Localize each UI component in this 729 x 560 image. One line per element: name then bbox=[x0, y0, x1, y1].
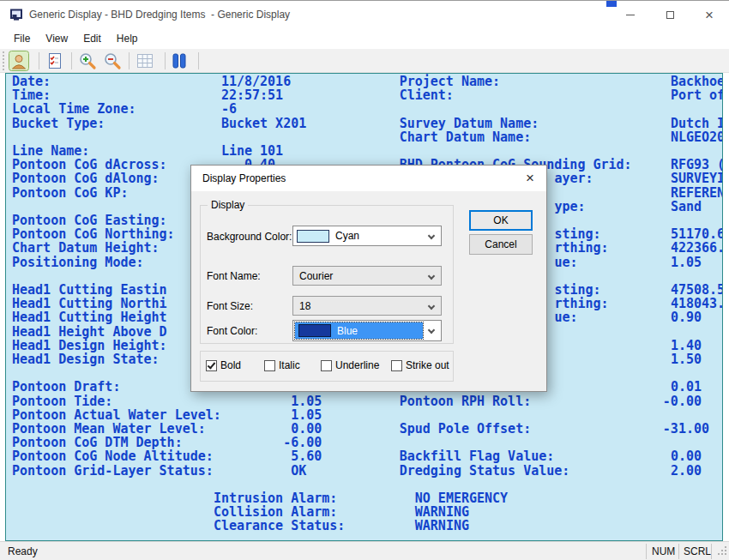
display-text: -6 bbox=[221, 103, 237, 116]
display-text: Date: bbox=[12, 75, 51, 88]
display-text: Local Time Zone: bbox=[12, 103, 136, 116]
checkbox-label: Underline bbox=[335, 359, 379, 371]
display-text: 1.40 bbox=[671, 340, 702, 352]
display-text: Pontoon Tide: bbox=[12, 395, 112, 408]
display-properties-dialog: Display Properties × Display Background … bbox=[190, 165, 547, 392]
strikeout-checkbox[interactable]: Strike out bbox=[391, 359, 449, 371]
display-text: 422366. bbox=[671, 242, 723, 255]
font-name-label: Font Name: bbox=[207, 270, 261, 282]
font-color-highlight: Blue bbox=[295, 322, 423, 339]
toolbar-grip[interactable] bbox=[3, 51, 4, 70]
display-text: OK bbox=[291, 465, 306, 478]
font-color-value: Blue bbox=[337, 325, 358, 337]
display-text: Pontoon RPH Roll: bbox=[400, 395, 532, 408]
display-text: 0.01 bbox=[671, 381, 702, 394]
font-color-select[interactable]: Blue bbox=[292, 320, 442, 341]
bold-checkbox[interactable]: Bold bbox=[206, 359, 241, 371]
close-icon: × bbox=[705, 8, 714, 22]
check-icon bbox=[208, 360, 216, 369]
display-text: 2.00 bbox=[671, 465, 702, 478]
font-name-select[interactable]: Courier bbox=[292, 266, 442, 286]
display-text: rthing: bbox=[554, 242, 608, 255]
cancel-button[interactable]: Cancel bbox=[469, 234, 533, 255]
display-text: NO EMERGENCY bbox=[415, 492, 508, 505]
checkbox-label: Bold bbox=[220, 359, 241, 371]
zoom-out-icon bbox=[102, 51, 123, 71]
display-text: Chart Datum Height: bbox=[12, 242, 160, 255]
display-text: 1.05 bbox=[671, 256, 702, 269]
display-text: sting: bbox=[554, 228, 600, 241]
menu-view[interactable]: View bbox=[38, 30, 75, 47]
menubar: File View Edit Help bbox=[0, 27, 729, 49]
zoom-in-icon bbox=[77, 51, 98, 71]
display-text: Line 101 bbox=[221, 145, 283, 158]
pause-button[interactable] bbox=[168, 50, 190, 72]
pause-icon bbox=[170, 51, 189, 70]
display-text: -6.00 bbox=[283, 437, 322, 449]
dialog-title: Display Properties bbox=[202, 172, 286, 184]
display-text: Pontoon Mean Water Level: bbox=[12, 423, 206, 436]
display-text: Head1 Cutting Eastin bbox=[12, 284, 167, 297]
display-text: Pontoon CoG Northing: bbox=[12, 228, 175, 241]
font-size-select[interactable]: 18 bbox=[292, 296, 442, 316]
display-text: Dutch I bbox=[671, 117, 723, 130]
grid-button[interactable] bbox=[134, 50, 156, 72]
menu-file[interactable]: File bbox=[6, 30, 38, 47]
resize-grip[interactable] bbox=[716, 545, 727, 558]
user-icon bbox=[9, 51, 29, 71]
status-separator bbox=[678, 544, 679, 559]
display-text: Head1 Cutting Height bbox=[12, 311, 167, 324]
user-button[interactable] bbox=[8, 50, 30, 72]
background-color-value: Cyan bbox=[335, 230, 359, 242]
display-text: Pontoon CoG Easting: bbox=[12, 214, 167, 227]
italic-checkbox[interactable]: Italic bbox=[264, 359, 300, 371]
display-text: Pontoon CoG DTM Depth: bbox=[12, 437, 183, 449]
titlebar: Generic Display - BHD Dredging Items - G… bbox=[0, 0, 729, 27]
status-separator bbox=[646, 544, 647, 559]
font-color-swatch bbox=[298, 324, 331, 337]
window-title: Generic Display - BHD Dredging Items - G… bbox=[29, 9, 290, 21]
background-color-select[interactable]: Cyan bbox=[292, 226, 442, 246]
chevron-down-icon bbox=[428, 273, 435, 280]
font-size-value: 18 bbox=[299, 300, 310, 312]
display-text: 22:57:51 bbox=[221, 89, 283, 102]
toolbar-separator bbox=[165, 52, 166, 69]
menu-edit[interactable]: Edit bbox=[75, 30, 109, 47]
display-text: Head1 Height Above D bbox=[12, 326, 167, 339]
group-label: Display bbox=[208, 199, 248, 211]
display-text: -0.00 bbox=[663, 395, 702, 408]
checklist-button[interactable] bbox=[44, 50, 66, 72]
toolbar-separator bbox=[39, 52, 39, 69]
close-button[interactable]: × bbox=[690, 2, 729, 28]
zoom-out-button[interactable] bbox=[101, 50, 124, 72]
font-size-label: Font Size: bbox=[207, 300, 253, 312]
display-text: 0.00 bbox=[291, 423, 322, 436]
font-style-group: Bold Italic Underline Strike out bbox=[200, 351, 454, 382]
display-text: Bucket X201 bbox=[221, 117, 306, 130]
display-text: RFG93 ( bbox=[671, 159, 723, 172]
display-text: WARNING bbox=[415, 506, 469, 519]
display-text: Line Name: bbox=[12, 145, 89, 158]
display-text: 0.00 bbox=[671, 450, 702, 463]
ok-button[interactable]: OK bbox=[469, 210, 533, 231]
underline-checkbox[interactable]: Underline bbox=[321, 359, 379, 371]
display-text: sting: bbox=[554, 284, 600, 297]
font-color-label: Font Color: bbox=[207, 325, 257, 337]
menu-help[interactable]: Help bbox=[109, 30, 146, 47]
display-text: Pontoon Actual Water Level: bbox=[12, 409, 221, 422]
toolbar-separator bbox=[198, 52, 199, 69]
display-text: ayer: bbox=[554, 172, 593, 185]
checkbox-box bbox=[321, 360, 332, 371]
minimize-button[interactable] bbox=[611, 2, 650, 28]
display-text: Head1 Design Height: bbox=[12, 340, 167, 352]
checkbox-label: Strike out bbox=[406, 359, 449, 371]
display-text: REFEREN bbox=[671, 187, 723, 200]
scroll-lock-indicator: SCRL bbox=[684, 545, 711, 557]
background-color-swatch bbox=[297, 230, 329, 243]
maximize-button[interactable] bbox=[650, 2, 690, 28]
num-lock-indicator: NUM bbox=[652, 545, 675, 557]
grip-icon bbox=[716, 545, 727, 556]
dialog-close-button[interactable]: × bbox=[521, 169, 539, 188]
zoom-in-button[interactable] bbox=[76, 50, 99, 72]
close-icon: × bbox=[526, 170, 534, 186]
